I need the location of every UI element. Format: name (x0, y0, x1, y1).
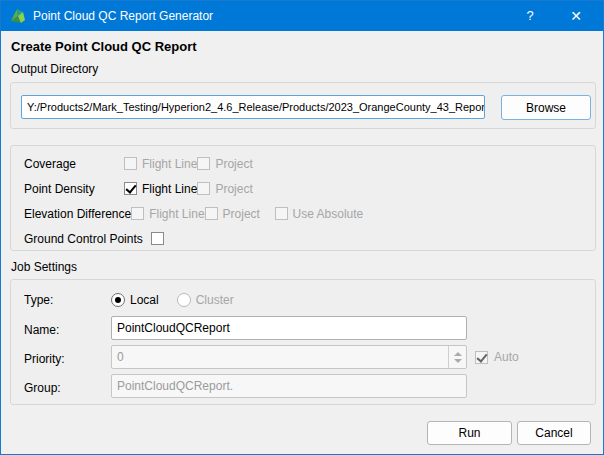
type-label: Type: (24, 293, 111, 307)
priority-spinbox[interactable]: 0 (111, 345, 467, 369)
window-title: Point Cloud QC Report Generator (33, 1, 213, 31)
auto-option: Auto (475, 350, 519, 364)
spin-down-icon[interactable] (454, 359, 462, 363)
auto-label: Auto (494, 350, 519, 364)
name-label: Name: (24, 323, 111, 337)
radio-local[interactable] (111, 293, 125, 307)
job-settings-label: Job Settings (11, 260, 77, 274)
coverage-flight-line-option: Flight Line (124, 157, 197, 171)
job-name-input[interactable]: PointCloudQCReport (111, 316, 467, 340)
checkbox-point-density-project[interactable] (197, 182, 210, 195)
output-directory-label: Output Directory (11, 62, 98, 76)
ground-control-points-label: Ground Control Points (24, 232, 143, 246)
elevation-flight-line-option: Flight Line (131, 207, 204, 221)
radio-cluster[interactable] (177, 293, 191, 307)
close-icon[interactable]: ✕ (555, 1, 597, 31)
spinner-buttons[interactable] (448, 346, 466, 368)
checkbox-use-absolute[interactable] (275, 207, 288, 220)
priority-value: 0 (112, 346, 448, 368)
checkbox-coverage-project[interactable] (197, 157, 210, 170)
radio-cluster-label: Cluster (196, 293, 234, 307)
type-row: Type: Local Cluster (24, 290, 589, 310)
cancel-button[interactable]: Cancel (517, 421, 591, 445)
coverage-row: Coverage Flight Line Project (24, 151, 591, 176)
point-density-row: Point Density Flight Line Project (24, 176, 591, 201)
checkbox-elevation-project[interactable] (205, 207, 218, 220)
point-cloud-qc-dialog: Point Cloud QC Report Generator ? ✕ Crea… (0, 0, 604, 455)
ground-control-points-option (151, 232, 164, 245)
title-bar: Point Cloud QC Report Generator ? ✕ (1, 1, 603, 31)
elevation-difference-label: Elevation Difference (24, 207, 131, 221)
coverage-project-option: Project (197, 157, 267, 171)
elevation-difference-row: Elevation Difference Flight Line Project… (24, 201, 591, 226)
app-logo-icon (9, 7, 27, 25)
checkbox-ground-control-points[interactable] (151, 232, 164, 245)
output-path-input[interactable]: Y:/Products2/Mark_Testing/Hyperion2_4.6_… (21, 95, 485, 119)
use-absolute-option: Use Absolute (275, 207, 364, 221)
radio-local-label: Local (130, 293, 159, 307)
help-button[interactable]: ? (509, 1, 551, 31)
run-button[interactable]: Run (427, 421, 512, 445)
checkbox-auto[interactable] (475, 351, 488, 364)
point-density-label: Point Density (24, 182, 124, 196)
checkbox-coverage-flight-line[interactable] (124, 157, 137, 170)
coverage-label: Coverage (24, 157, 124, 171)
group-label: Group: (24, 381, 111, 395)
browse-button[interactable]: Browse (501, 95, 591, 120)
priority-label: Priority: (24, 352, 111, 366)
spin-up-icon[interactable] (454, 352, 462, 356)
checkbox-point-density-flight-line[interactable] (124, 182, 137, 195)
point-density-flight-line-option: Flight Line (124, 182, 197, 196)
point-density-project-option: Project (197, 182, 267, 196)
page-title: Create Point Cloud QC Report (11, 39, 197, 54)
job-group-input[interactable]: PointCloudQCReport. (111, 374, 467, 398)
elevation-project-option: Project (205, 207, 275, 221)
checkbox-elevation-flight-line[interactable] (131, 207, 144, 220)
ground-control-points-row: Ground Control Points (24, 226, 591, 251)
